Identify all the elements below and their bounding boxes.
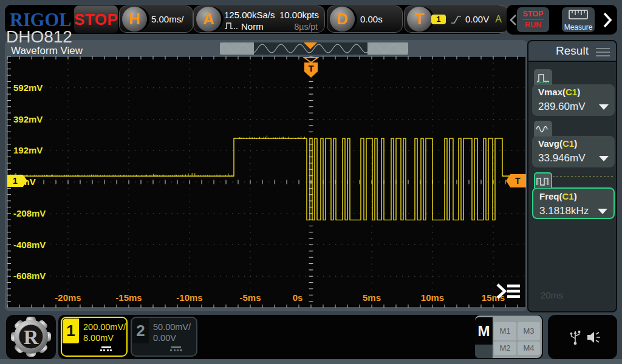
channel1-scale: 200.00mV/ [83, 322, 126, 332]
measurement-value: 33.946mV [538, 152, 586, 164]
measure-button[interactable]: Measure [562, 7, 595, 32]
bottom-edge-strip [0, 359, 622, 364]
math2-button[interactable]: M2 [494, 342, 516, 355]
math-button[interactable]: M [475, 317, 493, 345]
waveform-view-title: Waveform View [11, 45, 83, 57]
x-axis-label: 5ms [363, 292, 381, 303]
measurement-name: Vavg(C1) [538, 138, 577, 149]
prev-toolbar-icon[interactable] [509, 14, 518, 26]
grid-and-trace [7, 56, 526, 308]
y-axis-label: -208mV [13, 208, 46, 219]
freq-icon [534, 172, 552, 188]
trigger-status: A [495, 6, 502, 32]
run-label: RUN [517, 21, 549, 29]
trigger-source-badge: 1 [431, 15, 446, 24]
menu-icon[interactable] [596, 48, 610, 59]
math4-button[interactable]: M4 [518, 342, 540, 355]
measurement-value: 289.60mV [538, 101, 586, 113]
waveform-view: Waveform View T 1 T 592mV392mV192mV-8mV-… [5, 40, 527, 311]
channel2-box[interactable]: 2 50.00mV/ 0.00V [131, 317, 197, 357]
gear-icon: R [10, 316, 52, 357]
svg-text:R: R [24, 326, 39, 348]
math-group: M M1 M3 M2 M4 [475, 315, 542, 358]
usb-icon [569, 329, 582, 346]
delay-value: 0.00s [360, 6, 383, 32]
channel1-offset: 8.00mV [83, 333, 114, 343]
stop-label: STOP [517, 10, 549, 18]
dc-coupling-icon [170, 346, 182, 351]
y-axis-label: 592mV [13, 83, 43, 93]
trigger-position-outline-icon [303, 57, 319, 63]
x-axis-label: 10ms [421, 292, 444, 303]
measurement-value: 3.1818kHz [539, 205, 589, 217]
time-per-point-value: 8µs/pt [295, 22, 318, 32]
delay-knob[interactable]: D [330, 7, 355, 32]
chevron-right-icon [497, 285, 505, 298]
timebase-value: 5.00ms/ [151, 6, 183, 32]
faint-trace-under-panel [549, 176, 615, 177]
math3-button[interactable]: M3 [518, 322, 540, 340]
measurement-name: Freq(C1) [539, 191, 577, 201]
trigger-knob[interactable]: T [407, 7, 432, 32]
model-name: DHO812 [6, 27, 72, 47]
rising-edge-icon [451, 13, 462, 25]
channel2-scale: 50.00mV/ [153, 322, 191, 332]
x-axis-label: -5ms [239, 292, 261, 303]
dim-time-label: 20ms [541, 290, 563, 300]
channel1-badge: 1 [63, 318, 79, 343]
x-axis-label: -10ms [176, 292, 202, 303]
result-panel-header: Result [528, 41, 616, 62]
y-axis-label: 192mV [13, 145, 43, 156]
y-axis-label: 392mV [13, 114, 43, 125]
run-stop-button[interactable]: STOP RUN [517, 7, 549, 32]
toolbar-right: STOP RUN Measure [507, 5, 617, 35]
channel2-badge: 2 [132, 318, 149, 343]
expand-caret-icon[interactable] [598, 209, 607, 214]
top-bar: RIGOL STOP H 5.00ms/ A 125.00kSa/s Norm … [5, 5, 504, 34]
grid-menu-toggle[interactable] [493, 282, 521, 300]
memory-depth-value: 10.00kpts [279, 10, 319, 20]
trigger-menu-button[interactable]: T 1 0.00V A [404, 5, 509, 33]
measurement-card-vmax[interactable]: Vmax(C1) 289.60mV [532, 84, 615, 116]
sample-rate-value: 125.00kSa/s [224, 10, 275, 20]
waveform-grid: T 1 T 592mV392mV192mV-8mV-208mV-408mV-60… [7, 56, 526, 308]
acquisition-status: STOP [74, 5, 118, 33]
pulse-icon [224, 21, 239, 30]
x-axis-label: -15ms [115, 292, 142, 303]
vmax-icon [534, 69, 552, 85]
x-axis-label: -20ms [55, 292, 81, 303]
acquire-mode: Norm [241, 21, 264, 32]
bottom-bar: 1 200.00mV/ 8.00mV 2 50.00mV/ 0.00V M M1… [58, 315, 543, 359]
expand-caret-icon[interactable] [599, 104, 609, 110]
result-panel: Result Vmax(C1) 289.60mV Vavg(C1) 33.946… [527, 40, 617, 312]
next-toolbar-icon[interactable] [602, 12, 613, 29]
acquire-knob[interactable]: A [196, 7, 221, 32]
dc-coupling-icon [100, 346, 112, 351]
math-tile-spacer [475, 345, 493, 358]
trigger-level-value: 0.00V [465, 6, 489, 32]
vavg-icon [534, 121, 552, 136]
run-stop-divider [522, 19, 544, 20]
expand-caret-icon[interactable] [599, 156, 609, 161]
x-axis-label: 0s [293, 292, 303, 303]
horizontal-knob[interactable]: H [122, 7, 147, 32]
measurement-name: Vmax(C1) [538, 87, 580, 97]
channel1-box[interactable]: 1 200.00mV/ 8.00mV [61, 317, 128, 357]
channel2-offset: 0.00V [153, 333, 176, 343]
ruler-icon [569, 10, 588, 20]
acquire-menu-button[interactable]: A 125.00kSa/s Norm 10.00kpts 8µs/pt [193, 5, 325, 33]
speaker-muted-icon [586, 330, 601, 345]
horizontal-menu-button[interactable]: H 5.00ms/ [119, 5, 193, 33]
horizontal-position-bar[interactable] [220, 42, 408, 55]
y-axis-label: -608mV [13, 271, 46, 281]
math1-button[interactable]: M1 [494, 322, 516, 340]
y-axis-label: -408mV [13, 240, 46, 251]
acquire-mode-row: Norm [224, 21, 239, 30]
delay-menu-button[interactable]: D 0.00s [327, 5, 403, 33]
status-icons-box [548, 315, 617, 359]
measure-label: Measure [562, 23, 595, 32]
measurement-card-freq[interactable]: Freq(C1) 3.1818kHz [532, 187, 615, 219]
measurement-card-vavg[interactable]: Vavg(C1) 33.946mV [532, 136, 615, 167]
rigol-gear-logo[interactable]: R [6, 315, 56, 359]
